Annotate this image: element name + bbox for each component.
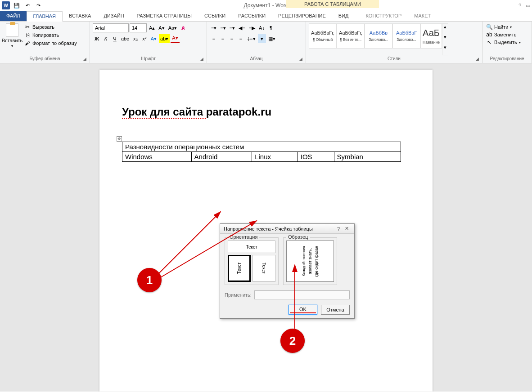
window-title: Документ1 - Word [243,2,288,9]
paste-button[interactable]: Вставить ▾ [3,23,22,55]
bullets-button[interactable]: ≡▾ [210,23,218,32]
styles-launcher-icon[interactable]: ◢ [476,57,481,62]
style-heading1[interactable]: АаБбВвЗаголово... [365,23,392,49]
cut-button[interactable]: ✂Вырезать [23,23,78,31]
document-area: Урок для сайта paratapok.ru ✥ Разновидно… [0,63,532,392]
increase-indent-button[interactable]: ≡▶ [248,23,257,32]
shrink-font-button[interactable]: A▾ [157,23,166,32]
clear-format-button[interactable]: A̷ [179,23,187,32]
style-heading2[interactable]: АаБбВвГЗаголово... [392,23,420,49]
orientation-vertical-down[interactable]: Текст [252,255,275,282]
tab-page-layout[interactable]: РАЗМЕТКА СТРАНИЦЫ [131,11,198,21]
document-table[interactable]: Разновидности операционных систем Window… [122,142,401,162]
strike-button[interactable]: abc [120,34,131,43]
font-launcher-icon[interactable]: ◢ [200,57,206,62]
style-normal[interactable]: АаБбВвГг,¶ Обычный [309,23,337,49]
styles-gallery[interactable]: АаБбВвГг,¶ Обычный АаБбВвГг,¶ Без инте..… [309,23,448,55]
align-center-button[interactable]: ≡ [219,34,227,43]
line-spacing-button[interactable]: ‡≡▾ [246,34,257,43]
brush-icon: 🖌 [24,40,31,46]
contextual-tab-label: РАБОТА С ТАБЛИЦАМИ [286,0,379,8]
group-font: A▴ A▾ Aa▾ A̷ Ж К Ч abc x₂ x² A▾ ab▾ A▾ [90,22,207,63]
font-size-select[interactable] [130,23,147,32]
table-cell[interactable]: Symbian [334,152,401,162]
tab-table-design[interactable]: КОНСТРУКТОР [360,11,408,21]
font-color-button[interactable]: A▾ [171,34,179,43]
replace-button[interactable]: abЗаменить [485,31,522,38]
ok-button[interactable]: OK [289,305,317,315]
shading-button[interactable]: ▾ [258,34,266,43]
help-icon[interactable]: ? [518,3,521,9]
tab-table-layout[interactable]: МАКЕТ [408,11,437,21]
multilevel-button[interactable]: ≡▾ [228,23,236,32]
window-controls: ? ▭ [518,3,530,9]
find-button[interactable]: 🔍Найти▾ [485,23,522,31]
underline-button[interactable]: Ч [111,34,119,43]
orientation-label: Ориентация [228,234,259,240]
tab-design[interactable]: ДИЗАЙН [97,11,130,21]
sort-button[interactable]: A↓ [257,23,266,32]
orientation-group: Ориентация Текст Текст Текст [225,237,279,285]
italic-button[interactable]: К [102,34,110,43]
orientation-horizontal[interactable]: Текст [228,241,275,253]
style-title[interactable]: АаБНазвание [420,23,442,49]
styles-more-button[interactable]: ▴▾▾ [442,23,448,55]
ribbon-options-icon[interactable]: ▭ [526,3,530,9]
group-label: Абзац [210,55,303,61]
scissors-icon: ✂ [24,24,31,30]
dialog-title-bar[interactable]: Направление текста - Ячейка таблицы ? ✕ [220,224,354,234]
paste-label: Вставить [2,38,23,43]
apply-to-label: Применить: [225,292,252,298]
bold-button[interactable]: Ж [93,34,101,43]
borders-button[interactable]: ▦▾ [267,34,277,43]
dialog-help-icon[interactable]: ? [334,226,343,232]
tab-insert[interactable]: ВСТАВКА [63,11,97,21]
quick-access-toolbar: W 💾 ↶ ↷ [0,0,43,10]
tab-review[interactable]: РЕЦЕНЗИРОВАНИЕ [272,11,332,21]
grow-font-button[interactable]: A▴ [148,23,156,32]
undo-icon[interactable]: ↶ [23,0,32,10]
justify-button[interactable]: ≡ [237,34,245,43]
table-header-cell[interactable]: Разновидности операционных систем [122,142,401,152]
table-move-handle-icon[interactable]: ✥ [117,136,122,142]
style-no-spacing[interactable]: АаБбВвГг,¶ Без инте... [337,23,365,49]
dialog-close-icon[interactable]: ✕ [343,226,351,232]
copy-button[interactable]: ⎘Копировать [23,31,78,39]
align-right-button[interactable]: ≡ [228,34,236,43]
save-icon[interactable]: 💾 [12,0,22,10]
cancel-button[interactable]: Отмена [321,305,350,315]
superscript-button[interactable]: x² [140,34,149,43]
subscript-button[interactable]: x₂ [131,34,140,43]
paragraph-launcher-icon[interactable]: ◢ [299,57,305,62]
group-clipboard: Вставить ▾ ✂Вырезать ⎘Копировать 🖌Формат… [0,22,90,63]
table-cell[interactable]: Linux [252,152,298,162]
redo-icon[interactable]: ↷ [33,0,43,10]
highlight-button[interactable]: ab▾ [159,34,170,43]
table-cell[interactable]: Android [191,152,252,162]
select-button[interactable]: ↖Выделить▾ [485,39,522,46]
tab-view[interactable]: ВИД [332,11,355,21]
tab-references[interactable]: ССЫЛКИ [198,11,232,21]
decrease-indent-button[interactable]: ◀≡ [237,23,246,32]
group-styles: АаБбВвГг,¶ Обычный АаБбВвГг,¶ Без инте..… [306,22,482,63]
select-icon: ↖ [486,39,492,45]
format-painter-button[interactable]: 🖌Формат по образцу [23,40,78,47]
orientation-vertical-up[interactable]: Текст [228,255,251,282]
text-effects-button[interactable]: A▾ [149,34,158,43]
align-left-button[interactable]: ≡ [210,34,218,43]
tab-home[interactable]: ГЛАВНАЯ [27,11,63,22]
font-name-select[interactable] [93,23,129,32]
tab-file[interactable]: ФАЙЛ [0,11,27,21]
word-app-icon[interactable]: W [1,0,11,10]
group-label: Шрифт [93,55,204,61]
numbering-button[interactable]: ≡▾ [219,23,227,32]
copy-icon: ⎘ [24,32,31,38]
change-case-button[interactable]: Aa▾ [167,23,178,32]
clipboard-launcher-icon[interactable]: ◢ [83,57,89,62]
dialog-title: Направление текста - Ячейка таблицы [224,226,334,232]
apply-to-combo[interactable] [254,290,350,299]
show-marks-button[interactable]: ¶ [267,23,275,32]
tab-mailings[interactable]: РАССЫЛКИ [232,11,272,21]
table-cell[interactable]: IOS [298,152,334,162]
table-cell[interactable]: Windows [122,152,192,162]
